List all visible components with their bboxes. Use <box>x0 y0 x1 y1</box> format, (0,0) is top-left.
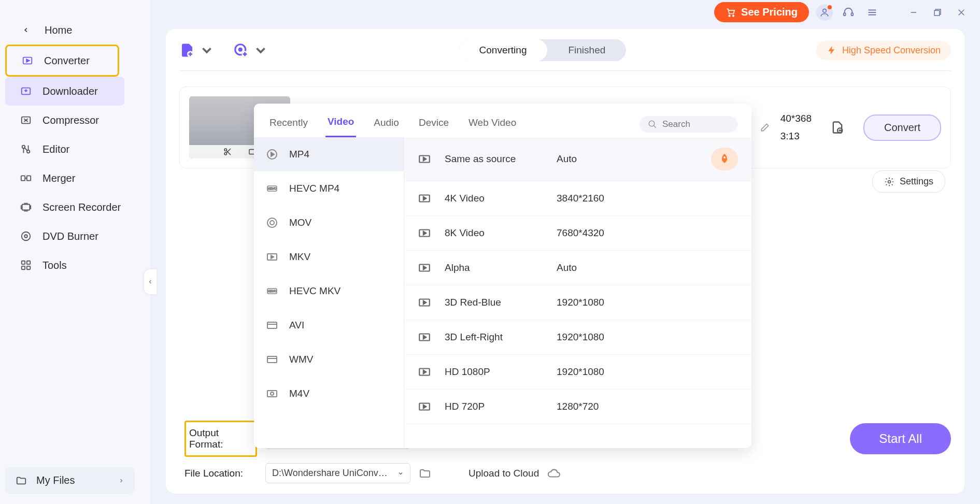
editor-icon <box>20 143 32 155</box>
format-item-mp4[interactable]: MP4 <box>254 137 404 171</box>
svg-rect-30 <box>22 266 25 269</box>
menu-icon[interactable] <box>864 4 880 21</box>
add-file-button[interactable] <box>179 42 215 58</box>
svg-text:HEVC: HEVC <box>268 290 277 293</box>
format-list: MP4 HEVC HEVC MP4 MOV MKV HEVC HEVC MKV … <box>254 137 404 448</box>
svg-point-26 <box>22 232 31 241</box>
open-folder-icon[interactable] <box>419 467 431 480</box>
segment-converting[interactable]: Converting <box>459 39 548 61</box>
file-location-select[interactable]: D:\Wondershare UniConverter 1 <box>265 463 410 483</box>
svg-rect-22 <box>21 176 25 180</box>
sidebar-collapse-button[interactable] <box>144 269 157 294</box>
segment-finished[interactable]: Finished <box>547 39 626 61</box>
merger-icon <box>20 172 32 184</box>
resolution-item[interactable]: HD 720P 1280*720 <box>404 390 751 424</box>
start-all-button[interactable]: Start All <box>850 423 951 454</box>
sidebar-item-compressor[interactable]: Compressor <box>5 106 145 135</box>
video-format-icon <box>265 319 279 332</box>
resolution-item[interactable]: Alpha Auto <box>404 251 751 285</box>
svg-point-34 <box>239 48 242 51</box>
svg-line-46 <box>654 125 656 128</box>
sidebar-label: Tools <box>42 260 67 271</box>
format-item-m4v[interactable]: M4V <box>254 377 404 411</box>
sidebar-item-tools[interactable]: Tools <box>5 251 145 280</box>
high-speed-conversion-button[interactable]: High Speed Conversion <box>816 41 951 60</box>
sidebar-label: Converter <box>44 55 90 67</box>
svg-marker-67 <box>423 197 426 200</box>
popup-tab-device[interactable]: Device <box>417 112 451 137</box>
trim-icon[interactable] <box>223 147 232 156</box>
minimize-button[interactable] <box>905 4 922 21</box>
resolution-list: Same as source Auto 4K Video 3840*2160 8… <box>404 137 751 448</box>
resolution-item[interactable]: 4K Video 3840*2160 <box>404 181 751 216</box>
add-disc-button[interactable] <box>233 42 268 58</box>
resolution-item[interactable]: 3D Left-Right 1920*1080 <box>404 320 751 355</box>
sidebar-label: Downloader <box>42 85 98 97</box>
resolution-item[interactable]: 3D Red-Blue 1920*1080 <box>404 285 751 320</box>
sidebar-item-downloader[interactable]: Downloader <box>5 77 124 106</box>
resolution-item[interactable]: 8K Video 7680*4320 <box>404 216 751 251</box>
output-settings-icon[interactable] <box>830 120 845 135</box>
format-popup: Recently Video Audio Device Web Video MP… <box>254 104 751 448</box>
svg-rect-31 <box>27 266 30 269</box>
maximize-button[interactable] <box>929 4 946 21</box>
sidebar-label: Screen Recorder <box>42 201 121 213</box>
svg-marker-69 <box>423 232 426 235</box>
status-segmented: Converting Finished <box>459 39 627 61</box>
file-location-value: D:\Wondershare UniConverter 1 <box>272 468 391 479</box>
gear-icon <box>884 177 894 187</box>
popup-tab-web-video[interactable]: Web Video <box>466 112 518 137</box>
see-pricing-button[interactable]: See Pricing <box>714 2 809 22</box>
format-item-hevc-mp4[interactable]: HEVC HEVC MP4 <box>254 171 404 206</box>
sidebar-item-dvd-burner[interactable]: DVD Burner <box>5 222 145 251</box>
svg-marker-73 <box>423 301 426 305</box>
format-item-avi[interactable]: AVI <box>254 308 404 342</box>
folder-icon <box>16 475 27 486</box>
sidebar-item-converter[interactable]: Converter <box>5 45 119 77</box>
format-item-hevc-mkv[interactable]: HEVC HEVC MKV <box>254 274 404 308</box>
svg-marker-48 <box>271 152 274 156</box>
svg-point-0 <box>729 15 730 16</box>
resolution-item[interactable]: HD 1080P 1920*1080 <box>404 355 751 390</box>
see-pricing-label: See Pricing <box>741 6 798 18</box>
play-box-icon <box>418 330 431 344</box>
format-search-input[interactable] <box>662 119 725 129</box>
svg-point-51 <box>267 218 277 227</box>
popup-tab-video[interactable]: Video <box>325 111 356 137</box>
popup-tab-audio[interactable]: Audio <box>372 112 401 137</box>
svg-rect-28 <box>22 261 25 264</box>
format-search[interactable] <box>640 116 738 133</box>
cloud-icon[interactable] <box>547 467 561 480</box>
format-item-wmv[interactable]: WMV <box>254 342 404 377</box>
settings-label: Settings <box>900 176 933 187</box>
hevc-icon: HEVC <box>265 284 279 298</box>
format-item-mkv[interactable]: MKV <box>254 240 404 274</box>
downloader-icon <box>20 85 32 97</box>
close-button[interactable] <box>953 4 970 21</box>
chevron-left-icon <box>20 24 32 36</box>
account-icon[interactable] <box>816 4 833 21</box>
high-speed-label: High Speed Conversion <box>842 45 941 56</box>
my-files-button[interactable]: My Files <box>5 467 135 494</box>
popup-tab-recently[interactable]: Recently <box>267 112 310 137</box>
cart-icon <box>726 7 736 18</box>
boost-icon[interactable] <box>711 148 738 170</box>
chevron-right-icon <box>118 478 124 484</box>
sidebar-item-editor[interactable]: Editor <box>5 135 145 164</box>
sidebar-label: Editor <box>42 143 69 155</box>
file-location-label: File Location: <box>184 468 257 479</box>
support-icon[interactable] <box>840 4 857 21</box>
sidebar-item-screen-recorder[interactable]: Screen Recorder <box>5 193 145 222</box>
svg-point-1 <box>733 15 734 16</box>
svg-rect-59 <box>267 356 277 363</box>
resolution-item[interactable]: Same as source Auto <box>404 137 751 181</box>
format-item-mov[interactable]: MOV <box>254 206 404 240</box>
edit-title-icon[interactable] <box>760 122 770 133</box>
svg-text:HEVC: HEVC <box>268 187 277 190</box>
convert-button[interactable]: Convert <box>863 114 941 141</box>
sidebar-item-merger[interactable]: Merger <box>5 164 145 193</box>
settings-button[interactable]: Settings <box>872 170 945 193</box>
svg-rect-3 <box>844 12 846 15</box>
video-format-icon <box>265 353 279 366</box>
sidebar-item-home[interactable]: Home <box>5 16 145 45</box>
